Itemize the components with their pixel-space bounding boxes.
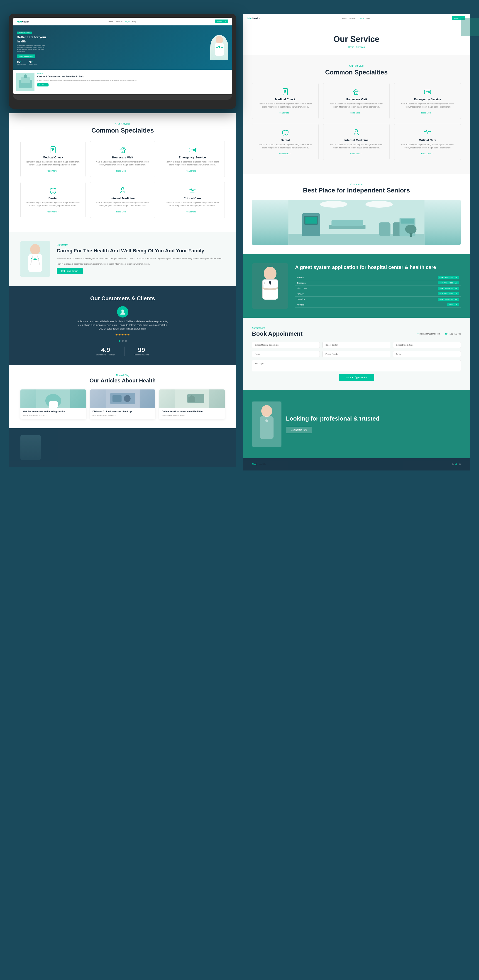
trusted-cta-btn[interactable]: Contact Us Now <box>286 427 312 433</box>
message-field[interactable] <box>252 360 461 371</box>
about-cta-btn[interactable]: Read More <box>37 83 49 86</box>
specialty-card-internal: Internal Medicine Nam in ut aliqua a asp… <box>90 182 155 218</box>
svg-rect-15 <box>122 151 124 153</box>
phone-field[interactable] <box>322 351 390 357</box>
right-specialty-readmore-homecare[interactable]: Read More → <box>350 112 363 114</box>
appointment-title: Book Appoinment <box>252 330 303 337</box>
stat-row-genetics: Genetics 3000 / Mo - 3500 / Mo <box>295 297 461 302</box>
svg-rect-25 <box>29 254 42 272</box>
specialty-readmore-emergency[interactable]: Read More → <box>186 170 198 172</box>
trusted-section: Looking for profesional & trusted Contac… <box>243 390 470 458</box>
specialty-name-homecare: Homecare Visit <box>94 156 152 159</box>
right-specialties-tag: Our Service <box>252 64 461 67</box>
nav-pages[interactable]: Pages <box>125 21 130 22</box>
caring-tag: Our Doctor <box>57 244 225 246</box>
specialty-readmore-medical[interactable]: Read More → <box>46 170 59 172</box>
specialty-card-homecare: Homecare Visit Nam in ut aliqua a aspern… <box>90 141 155 177</box>
page-dot-3[interactable] <box>459 463 461 465</box>
right-specialty-name-homecare: Homecare Visit <box>327 98 386 101</box>
specialty-desc-critical: Nam in ut aliqua a aspernatur dignissim … <box>163 201 221 207</box>
right-specialty-name-internal: Internal Medicine <box>327 138 386 142</box>
internal-medicine-icon <box>119 186 127 195</box>
footer-logo: MedHealth <box>252 463 266 466</box>
about-text: Et laborum rem lorem et laboris esse inc… <box>37 79 229 81</box>
right-specialty-readmore-emergency[interactable]: Read More → <box>421 112 434 114</box>
customers-section: Our Customers & Clients At laborum rem l… <box>9 286 236 365</box>
stats-title: A great system application for hospital … <box>295 264 461 270</box>
footer-pagination <box>452 463 461 465</box>
svg-point-49 <box>355 129 358 132</box>
specialty-readmore-homecare[interactable]: Read More → <box>116 170 129 172</box>
right-specialties-grid: Medical Check Nam in ut aliqua a asperna… <box>252 83 461 160</box>
articles-tag: News & Blog <box>21 374 225 377</box>
right-nav-blog[interactable]: Blog <box>366 17 370 19</box>
hero-badge: Health Care Service <box>17 32 32 34</box>
specialty-readmore-critical[interactable]: Read More → <box>186 211 198 213</box>
svg-rect-42 <box>284 90 286 91</box>
article-card-2: Diabetes & blood pressure check up Lorem… <box>90 390 155 419</box>
email-field[interactable] <box>393 351 461 357</box>
footer-section: MedHealth <box>243 458 470 471</box>
right-nav-services[interactable]: Services <box>349 17 357 19</box>
appointment-form: Make an Appointment <box>252 342 461 381</box>
about-image <box>16 73 35 91</box>
name-field[interactable] <box>252 351 320 357</box>
svg-rect-36 <box>112 395 121 402</box>
right-specialty-readmore-dental[interactable]: Read More → <box>279 153 292 155</box>
doctor-select[interactable] <box>322 342 390 348</box>
specialties-title-left: Common Specialties <box>21 127 225 134</box>
article-title-1: Get the Home care and nursing service <box>23 410 84 413</box>
appointment-tag: Appointment <box>252 327 461 329</box>
specialty-desc-medical: Nam in ut aliqua a aspernatur dignissim … <box>24 161 82 167</box>
right-nav-pages[interactable]: Pages <box>358 17 364 19</box>
dot-3[interactable] <box>125 340 127 342</box>
right-critical-care-icon <box>423 129 431 137</box>
article-title-3: Online Health care treatment Facilities <box>162 410 222 413</box>
nav-blog[interactable]: Blog <box>132 21 136 22</box>
specialty-readmore-internal[interactable]: Read More → <box>116 211 129 213</box>
svg-rect-46 <box>355 93 357 95</box>
right-specialty-readmore-critical[interactable]: Read More → <box>421 153 434 155</box>
appointment-email: ✉ medhealth@gmail.com <box>417 333 441 335</box>
specialties-grid-left: Medical Check Nam in ut aliqua a asperna… <box>21 141 225 218</box>
caring-doctor-image <box>21 241 50 277</box>
right-nav: MedHealth Home Services Pages Blog Conta… <box>243 14 470 23</box>
laptop-contact-btn[interactable]: Contact Us <box>215 19 228 23</box>
stat-row-medical: Medical 4500 / Mo - 5000 / Mo <box>295 275 461 280</box>
email-icon: ✉ <box>417 333 419 335</box>
specialty-readmore-dental[interactable]: Read More → <box>46 211 59 213</box>
svg-point-52 <box>366 201 393 208</box>
hero-cta-btn[interactable]: Make Appointment <box>17 54 35 58</box>
stats-doctor-image <box>252 263 288 309</box>
specialties-section-left: Our Service Common Specialties Med <box>9 113 236 232</box>
right-specialty-card-internal: Internal Medicine Nam in ut aliqua a asp… <box>323 124 390 160</box>
right-specialty-readmore-medical[interactable]: Read More → <box>279 112 292 114</box>
right-specialty-desc-critical: Nam in ut aliqua a aspernatur dignissim … <box>398 143 457 150</box>
specialty-card-critical: Critical Care Nam in ut aliqua a asperna… <box>160 182 225 218</box>
dot-2[interactable] <box>122 340 124 342</box>
svg-rect-10 <box>52 148 54 149</box>
emergency-icon <box>188 146 197 154</box>
dot-1[interactable] <box>119 340 121 342</box>
specialty-desc-emergency: Nam in ut aliqua a aspernatur dignissim … <box>163 161 221 167</box>
page-dot-1[interactable] <box>452 463 454 465</box>
laptop-screen: MedHealth Home Services Pages Blog Conta… <box>13 18 232 94</box>
appointment-header: Book Appoinment ✉ medhealth@gmail.com ☎ … <box>252 330 461 337</box>
nav-services[interactable]: Services <box>116 21 123 22</box>
nav-home[interactable]: Home <box>108 21 113 22</box>
right-specialty-card-medical: Medical Check Nam in ut aliqua a asperna… <box>252 83 319 119</box>
right-dental-icon <box>281 129 289 137</box>
right-specialty-name-medical: Medical Check <box>255 98 315 101</box>
right-specialty-readmore-internal[interactable]: Read More → <box>350 153 363 155</box>
right-column: MedHealth Home Services Pages Blog Conta… <box>243 14 470 966</box>
datetime-select[interactable] <box>393 342 461 348</box>
testimonial-text: At laborum rem lorem et laboris esse inc… <box>77 320 168 331</box>
caring-cta-btn[interactable]: Get Consultation <box>57 268 83 274</box>
appointment-submit-btn[interactable]: Make an Appointment <box>339 374 374 381</box>
stat-row-blood: Blood Care 3500 / Mo - 4000 / Mo <box>295 286 461 291</box>
right-medical-check-icon <box>281 88 289 96</box>
medical-specialist-select[interactable] <box>252 342 320 348</box>
page-dot-2[interactable] <box>455 463 457 465</box>
right-nav-home[interactable]: Home <box>342 17 347 19</box>
right-specialty-card-homecare: Homecare Visit Nam in ut aliqua a aspern… <box>323 83 390 119</box>
